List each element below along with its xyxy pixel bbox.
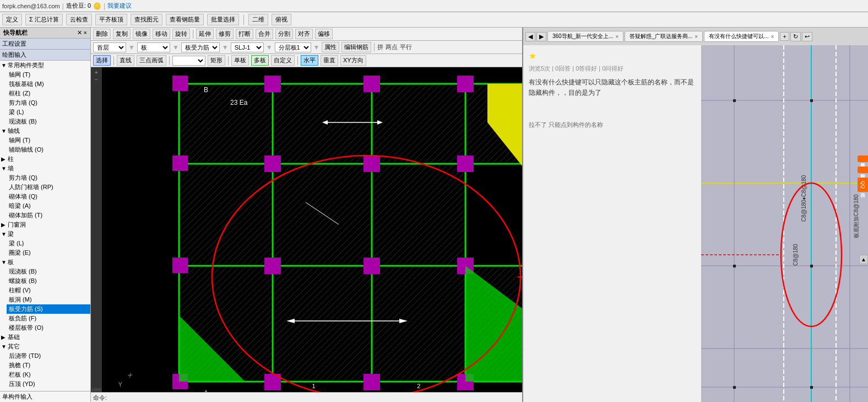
sidebar-section-draw[interactable]: 绘图输入: [0, 50, 90, 61]
svg-rect-26: [172, 156, 188, 171]
btn-offset[interactable]: 偏移: [315, 29, 333, 39]
btn-select[interactable]: 选择: [93, 55, 111, 66]
tree-item-colcap[interactable]: 柱帽 (V): [7, 286, 90, 295]
floor-select[interactable]: 首层: [93, 42, 126, 52]
forcebar-select[interactable]: 板受力筋: [181, 42, 220, 52]
tab-360[interactable]: 360导航_新一代安全上... ×: [547, 31, 623, 42]
tree-item-coping[interactable]: 压顶 (YD): [7, 379, 90, 389]
tab-question-close[interactable]: ×: [771, 34, 774, 40]
btn-edit-bar[interactable]: 编辑钢筋: [341, 42, 371, 52]
tb-cloud-check[interactable]: 云检查: [66, 14, 92, 25]
cad-icon-minus[interactable]: −: [95, 77, 98, 83]
tab-forum[interactable]: 答疑解惑_广联达服务商... ×: [625, 31, 703, 42]
feedback-btn-follow[interactable]: 关注我们: [858, 167, 868, 173]
tab-360-close[interactable]: ×: [616, 34, 619, 40]
btn-rect[interactable]: 矩形: [208, 55, 225, 66]
browser-new-tab[interactable]: +: [780, 32, 789, 41]
tree-item-parapet[interactable]: 栏板 (K): [7, 370, 90, 379]
tree-item-hiddenbeam[interactable]: 暗梁 (A): [7, 201, 90, 211]
board-select[interactable]: 板: [137, 42, 170, 52]
feedback-btn-opinion[interactable]: 意见反馈: [858, 156, 868, 162]
tree-item-civildefwall[interactable]: 人防门框墙 (RP): [7, 183, 90, 192]
btn-merge[interactable]: 合并: [256, 29, 273, 39]
tree-item-axisgrid[interactable]: 轴网 (T): [7, 70, 90, 79]
tree-item-axisgrid2[interactable]: 轴网 (T): [7, 136, 90, 145]
tree-group-slab[interactable]: ▼ 板: [0, 258, 90, 267]
btn-single[interactable]: 单板: [231, 55, 249, 66]
sidebar-bottom[interactable]: 单构件输入: [0, 391, 90, 402]
tree-item-cantilever[interactable]: 挑檐 (T): [7, 361, 90, 370]
tree-group-wall[interactable]: ▼ 墙: [0, 164, 90, 173]
sidebar-close-btn[interactable]: ✕ ×: [77, 29, 87, 36]
tab-forum-close[interactable]: ×: [695, 34, 698, 40]
btn-arc[interactable]: 三点画弧: [137, 55, 166, 66]
feedback-btn-qq[interactable]: QQ咨询: [858, 178, 868, 192]
btn-custom[interactable]: 自定义: [271, 55, 295, 66]
btn-rotate[interactable]: 旋转: [172, 29, 190, 39]
tree-item-shearwall[interactable]: 剪力墙 (Q): [7, 98, 90, 108]
cad-canvas-area[interactable]: A B 1 2 23 Ea Y X 1: [102, 67, 522, 392]
btn-split[interactable]: 分割: [275, 29, 293, 39]
tb-define[interactable]: 定义: [2, 14, 22, 25]
tb-view[interactable]: 俯视: [272, 14, 291, 25]
btn-break[interactable]: 打断: [236, 29, 253, 39]
browser-home[interactable]: ↩: [802, 32, 812, 41]
btn-multi[interactable]: 多板: [251, 55, 269, 66]
tree-group-other[interactable]: ▼ 其它: [0, 342, 90, 351]
tree-group-foundation[interactable]: ▶ 基础: [0, 333, 90, 342]
tree-group-door[interactable]: ▶ 门窗洞: [0, 220, 90, 229]
btn-vertical[interactable]: 垂直: [321, 55, 338, 66]
browser-fwd[interactable]: ▶: [536, 32, 546, 41]
tree-group-axis[interactable]: ▼ 轴线: [0, 126, 90, 136]
btn-trim[interactable]: 修剪: [216, 29, 234, 39]
suggestion-btn[interactable]: 我要建议: [107, 2, 132, 10]
tb-2d[interactable]: 二维: [248, 14, 268, 25]
tree-item-castslab2[interactable]: 现浇板 (B): [7, 267, 90, 276]
forum-meta: 浏览5次 | 0回答 | 0答得好 | 0问得好: [529, 65, 696, 73]
sidebar-section-settings[interactable]: 工程设置: [0, 39, 90, 50]
tab-question[interactable]: 有没有什么快捷键可以... ×: [704, 31, 779, 42]
tree-group-col[interactable]: ▶ 柱: [0, 154, 90, 164]
btn-horizontal[interactable]: 水平: [301, 55, 318, 66]
btn-align[interactable]: 对齐: [295, 29, 313, 39]
tb-align-top[interactable]: 平齐板顶: [95, 14, 127, 25]
tree-item-slabnegbar[interactable]: 板负筋 (F): [7, 314, 90, 323]
tree-item-spiralslab[interactable]: 螺旋板 (B): [7, 276, 90, 286]
browser-back[interactable]: ◀: [525, 32, 535, 41]
btn-line[interactable]: 直线: [117, 55, 134, 66]
tree-group-common[interactable]: ▼ 常用构件类型: [0, 61, 90, 70]
tree-item-auxaxis[interactable]: 辅助轴线 (O): [7, 145, 90, 154]
btn-delete[interactable]: 删除: [93, 29, 111, 39]
slj-select[interactable]: SLJ-1: [231, 42, 264, 52]
tree-item-masonryrebar[interactable]: 砌体加筋 (T): [7, 211, 90, 220]
tree-item-slabbar[interactable]: 板受力筋 (S): [7, 304, 90, 314]
tb-batch-select[interactable]: 批量选择: [207, 14, 239, 25]
cad-icon-plus[interactable]: +: [95, 69, 98, 76]
tree-item-beam[interactable]: 梁 (L): [7, 108, 90, 117]
btn-extend[interactable]: 延伸: [196, 29, 214, 39]
tree-item-framecol[interactable]: 框柱 (Z): [7, 89, 90, 98]
btn-xy[interactable]: XY方向: [340, 55, 366, 66]
btn-copy[interactable]: 复制: [113, 29, 131, 39]
split-select[interactable]: 分层板1: [275, 42, 311, 52]
btn-attr[interactable]: 属性: [322, 42, 339, 52]
btn-mirror[interactable]: 镜像: [133, 29, 150, 39]
tree-item-ringbeam[interactable]: 圈梁 (E): [7, 248, 90, 258]
tree-item-floorband[interactable]: 楼层板带 (O): [7, 323, 90, 333]
tree-item-masonrywall[interactable]: 砌体墙 (Q): [7, 192, 90, 201]
tb-sum[interactable]: Σ 汇总计算: [25, 14, 63, 25]
tree-item-slabhole[interactable]: 板洞 (M): [7, 295, 90, 304]
tb-find[interactable]: 查找图元: [131, 14, 162, 25]
scroll-right-btn[interactable]: ▲: [859, 255, 868, 264]
tree-item-castslab[interactable]: 现浇板 (B): [7, 117, 90, 126]
tree-item-raftbase[interactable]: 筏板基础 (M): [7, 79, 90, 89]
browser-refresh[interactable]: ↻: [790, 32, 801, 41]
tree-item-shearwall2[interactable]: 剪力墙 (Q): [7, 173, 90, 183]
btn-move[interactable]: 移动: [153, 29, 170, 39]
tb-view-bar[interactable]: 查看钢筋量: [166, 14, 204, 25]
tree-item-poscast[interactable]: 后浇带 (TD): [7, 351, 90, 361]
tree-item-beam2[interactable]: 梁 (L): [7, 239, 90, 248]
bookmark-star[interactable]: ★: [529, 51, 536, 61]
shape-select[interactable]: [172, 56, 205, 66]
tree-group-beam[interactable]: ▼ 梁: [0, 229, 90, 239]
